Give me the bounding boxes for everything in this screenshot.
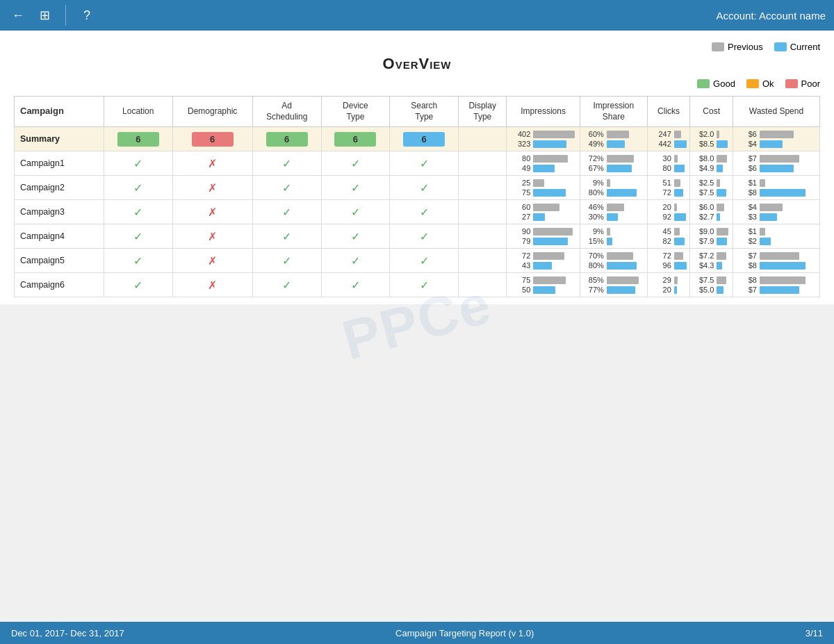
col-impression-share: ImpressionShare	[580, 97, 647, 127]
col-impressions: Impressions	[507, 97, 580, 127]
check-icon: ✓	[351, 255, 360, 267]
row-device_type: ✓	[321, 224, 390, 249]
check-icon: ✓	[351, 206, 360, 218]
summary-name: Summary	[15, 127, 104, 151]
footer-date: Dec 01, 2017- Dec 31, 2017	[11, 628, 124, 638]
check-icon: ✓	[282, 279, 291, 291]
check-icon: ✓	[420, 231, 429, 242]
row-cost: $8.0 $4.9	[690, 151, 733, 176]
check-icon: ✓	[282, 182, 291, 194]
row-ad_scheduling: ✓	[252, 273, 321, 297]
previous-legend-label: Previous	[728, 42, 763, 52]
row-clicks: 51 72	[647, 176, 690, 200]
row-display-type	[459, 224, 507, 249]
current-legend-box	[774, 42, 787, 51]
header-divider	[65, 5, 66, 26]
check-icon: ✓	[282, 255, 291, 267]
row-display-type	[459, 249, 507, 273]
row-display-type	[459, 273, 507, 297]
row-search_type: ✓	[390, 176, 459, 200]
row-impression-share: 9% 15%	[580, 224, 647, 249]
row-device_type: ✓	[321, 151, 390, 176]
row-demographic: ✗	[172, 151, 252, 176]
row-wasted-spend: $1 $2	[733, 224, 819, 249]
check-icon: ✓	[351, 279, 360, 291]
previous-legend-item: Previous	[712, 42, 763, 52]
row-display-type	[459, 200, 507, 224]
row-search_type: ✓	[390, 249, 459, 273]
col-cost: Cost	[690, 97, 733, 127]
check-icon: ✓	[282, 231, 291, 242]
row-search_type: ✓	[390, 151, 459, 176]
summary-wasted-spend: $6 $4	[733, 127, 819, 151]
poor-swatch	[785, 79, 798, 88]
summary-device-type: 6	[321, 127, 390, 151]
row-impressions: 80 49	[507, 151, 580, 176]
row-impression-share: 9% 80%	[580, 176, 647, 200]
row-demographic: ✗	[172, 224, 252, 249]
x-icon: ✗	[208, 182, 217, 194]
row-cost: $9.0 $7.9	[690, 224, 733, 249]
page-title: OverView	[14, 55, 820, 73]
check-icon: ✓	[420, 279, 429, 291]
col-demographic: Demographic	[172, 97, 252, 127]
x-icon: ✗	[208, 206, 217, 218]
summary-impressions: 402 323	[507, 127, 580, 151]
table-row: Campaign1✓✗✓✓✓ 80 49 72% 67% 30 80 $8.0 …	[15, 151, 820, 176]
row-display-type	[459, 176, 507, 200]
footer-report-name: Campaign Targeting Report (v 1.0)	[124, 628, 806, 638]
footer: Dec 01, 2017- Dec 31, 2017 Campaign Targ…	[0, 622, 834, 644]
row-ad_scheduling: ✓	[252, 224, 321, 249]
check-icon: ✓	[351, 182, 360, 194]
x-icon: ✗	[208, 279, 217, 291]
row-location: ✓	[104, 176, 172, 200]
summary-location: 6	[104, 127, 172, 151]
row-wasted-spend: $4 $3	[733, 200, 819, 224]
check-icon: ✓	[420, 158, 429, 170]
good-label: Good	[713, 79, 735, 89]
check-icon: ✓	[133, 158, 142, 170]
back-button[interactable]: ←	[8, 6, 28, 25]
col-clicks: Clicks	[647, 97, 690, 127]
summary-location-badge: 6	[117, 132, 159, 147]
row-device_type: ✓	[321, 176, 390, 200]
table-row: Campaign4✓✗✓✓✓ 90 79 9% 15% 45 82 $9.0 $…	[15, 224, 820, 249]
row-device_type: ✓	[321, 273, 390, 297]
good-swatch	[697, 79, 710, 88]
grid-button[interactable]: ⊞	[35, 6, 54, 25]
check-icon: ✓	[351, 158, 360, 170]
row-device_type: ✓	[321, 249, 390, 273]
row-location: ✓	[104, 200, 172, 224]
ok-swatch	[746, 79, 759, 88]
table-row: Campaign2✓✗✓✓✓ 25 75 9% 80% 51 72 $2.5 $…	[15, 176, 820, 200]
summary-impression-share: 60% 49%	[580, 127, 647, 151]
row-impression-share: 46% 30%	[580, 200, 647, 224]
help-button[interactable]: ?	[77, 6, 97, 25]
current-legend-item: Current	[774, 42, 820, 52]
row-clicks: 45 82	[647, 224, 690, 249]
table-row: Campaign6✓✗✓✓✓ 75 50 85% 77% 29 20 $7.5 …	[15, 273, 820, 297]
row-cost: $7.5 $5.0	[690, 273, 733, 297]
col-ad-scheduling: AdScheduling	[252, 97, 321, 127]
row-impressions: 90 79	[507, 224, 580, 249]
ok-legend: Ok	[746, 79, 774, 89]
top-header: ← ⊞ ? Account: Account name	[0, 0, 834, 31]
row-search_type: ✓	[390, 200, 459, 224]
row-impression-share: 85% 77%	[580, 273, 647, 297]
header-nav: ← ⊞ ?	[8, 5, 97, 26]
check-icon: ✓	[133, 255, 142, 267]
current-legend-label: Current	[790, 42, 820, 52]
check-icon: ✓	[420, 255, 429, 267]
poor-legend: Poor	[785, 79, 820, 89]
good-legend: Good	[697, 79, 735, 89]
poor-label: Poor	[801, 79, 820, 89]
summary-demographic: 6	[172, 127, 252, 151]
col-campaign: Campaign	[15, 97, 104, 127]
summary-ad-scheduling-badge: 6	[266, 132, 308, 147]
campaign-name: Campaign5	[15, 249, 104, 273]
row-wasted-spend: $7 $6	[733, 151, 819, 176]
x-icon: ✗	[208, 231, 217, 242]
campaign-name: Campaign4	[15, 224, 104, 249]
check-icon: ✓	[133, 231, 142, 242]
row-impression-share: 72% 67%	[580, 151, 647, 176]
